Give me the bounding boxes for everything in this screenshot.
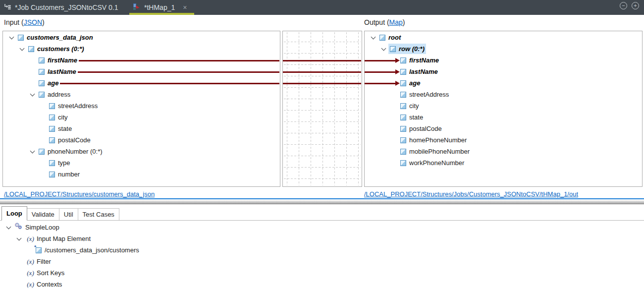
chevron-down-icon[interactable]	[378, 48, 388, 50]
thmap-icon	[133, 3, 141, 12]
fx-icon: (x)	[25, 281, 36, 289]
tree-item-address[interactable]: address	[3, 89, 280, 100]
tab-util[interactable]: Util	[59, 208, 78, 220]
tree-item-filter[interactable]: (x)Filter	[0, 256, 644, 267]
fx-icon: (x)	[25, 235, 36, 243]
tree-item-label: city	[409, 102, 419, 110]
tab-job-editor[interactable]: *Job Customers_JSONtoCSV 0.1	[3, 0, 118, 15]
tree-item-simpleloop[interactable]: ⚙⚙SimpleLoop	[0, 222, 644, 233]
tree-item-label: root	[388, 34, 401, 41]
tree-item-lastname[interactable]: lastName	[3, 66, 280, 77]
element-icon	[400, 115, 406, 120]
tree-item-age[interactable]: age	[3, 77, 280, 89]
tree-item-city[interactable]: city	[3, 112, 280, 123]
element-icon	[49, 126, 55, 132]
tab-validate[interactable]: Validate	[27, 208, 59, 220]
tree-item-label: postalCode	[409, 125, 442, 132]
tree-item-label: SimpleLoop	[25, 224, 59, 231]
tree-item-workphonenumber[interactable]: workPhoneNumber	[365, 157, 642, 169]
output-title-text-close: )	[403, 18, 405, 26]
new-star-icon: ★	[34, 244, 37, 248]
element-icon	[49, 172, 55, 177]
element-icon	[400, 58, 406, 63]
chevron-down-icon[interactable]	[368, 37, 378, 39]
tab-loop-label: Loop	[6, 210, 22, 217]
tree-item-number[interactable]: number	[3, 169, 280, 180]
mapping-canvas[interactable]	[282, 31, 362, 187]
tree-item-contexts[interactable]: (x)Contexts	[0, 279, 644, 290]
tree-item-firstname[interactable]: firstName	[365, 55, 642, 66]
tree-item-customers-0[interactable]: customers (0:*)	[3, 43, 280, 55]
element-icon	[39, 58, 45, 63]
element-icon	[379, 35, 385, 41]
tree-item-type[interactable]: type	[3, 157, 280, 169]
element-icon	[49, 115, 55, 120]
tree-item-label: Sort Keys	[37, 269, 64, 277]
chevron-down-icon[interactable]	[17, 48, 27, 50]
tab-loop[interactable]: Loop	[1, 206, 27, 221]
element-icon	[39, 149, 45, 155]
tree-item-label: mobilePhoneNumber	[409, 148, 470, 155]
element-icon	[49, 160, 55, 166]
tree-item-postalcode[interactable]: postalCode	[3, 134, 280, 146]
close-icon[interactable]: ×	[183, 3, 187, 11]
input-tree-panel: customers_data_jsoncustomers (0:*)firstN…	[2, 31, 280, 187]
tree-item-firstname[interactable]: firstName	[3, 55, 280, 66]
element-icon	[400, 103, 406, 109]
element-icon	[400, 69, 406, 75]
input-panel-title: Input (JSON)	[4, 15, 45, 29]
json-structure-link[interactable]: JSON	[24, 18, 42, 26]
element-icon	[49, 137, 55, 143]
input-title-text-close: )	[42, 18, 45, 26]
tree-item-streetaddress[interactable]: streetAddress	[3, 100, 280, 112]
tree-item-label: homePhoneNumber	[409, 136, 467, 144]
tree-item-state[interactable]: state	[3, 123, 280, 134]
tab-util-label: Util	[64, 211, 73, 218]
element-icon	[400, 92, 406, 98]
thmap-editor-window: *Job Customers_JSONtoCSV 0.1 *tHMap_1 × …	[0, 0, 644, 291]
tree-item-age[interactable]: age	[365, 77, 642, 89]
tab-test-cases[interactable]: Test Cases	[78, 208, 119, 220]
output-tree: rootrow (0:*)firstNamelastNameagestreetA…	[365, 31, 642, 169]
tab-label: *Job Customers_JSONtoCSV 0.1	[15, 3, 118, 11]
tree-item-customers-data-json[interactable]: customers_data_json	[3, 32, 280, 43]
fx-icon: (x)	[25, 258, 36, 266]
tree-item-label: customers_data_json	[27, 34, 93, 41]
tree-item-input-map-element[interactable]: (x)Input Map Element	[0, 233, 644, 244]
tree-item-label: streetAddress	[58, 102, 98, 110]
input-structure-path-link[interactable]: /LOCAL_PROJECT/Structures/customers_data…	[4, 190, 155, 198]
active-tab-underline	[129, 13, 194, 15]
tree-item-label: postalCode	[58, 136, 91, 144]
chevron-down-icon[interactable]	[27, 94, 37, 96]
tree-item-label: row (0:*)	[399, 45, 425, 53]
gears-icon: ⚙⚙	[15, 223, 23, 232]
tree-item-streetaddress[interactable]: streetAddress	[365, 89, 642, 100]
map-structure-link[interactable]: Map	[389, 18, 403, 26]
tree-item-postalcode[interactable]: postalCode	[365, 123, 642, 134]
chevron-down-icon[interactable]	[6, 37, 16, 39]
element-icon	[39, 69, 45, 75]
tree-item-label: state	[409, 114, 423, 121]
tree-item-mobilephonenumber[interactable]: mobilePhoneNumber	[365, 146, 642, 157]
tree-item-lastname[interactable]: lastName	[365, 66, 642, 77]
tree-item-state[interactable]: state	[365, 112, 642, 123]
tree-item-customers-data-json-customers[interactable]: ★/customers_data_json/customers	[0, 244, 644, 256]
tree-item-sort-keys[interactable]: (x)Sort Keys	[0, 267, 644, 279]
fx-icon: (x)	[25, 269, 36, 277]
maximize-icon[interactable]: +	[632, 2, 639, 9]
tree-item-root[interactable]: root	[365, 32, 642, 43]
canvas-grid	[283, 31, 362, 186]
chevron-down-icon[interactable]	[14, 238, 24, 240]
chevron-down-icon[interactable]	[3, 227, 13, 229]
tree-item-homephonenumber[interactable]: homePhoneNumber	[365, 134, 642, 146]
tree-item-row-0[interactable]: row (0:*)	[365, 43, 642, 55]
output-structure-path-link[interactable]: /LOCAL_PROJECT/Structures/Jobs/Customers…	[364, 190, 578, 198]
minimize-icon[interactable]: −	[620, 2, 627, 9]
element-icon	[18, 35, 24, 41]
splitter-sash[interactable]	[0, 200, 644, 204]
tree-item-phonenumber-0[interactable]: phoneNumber (0:*)	[3, 146, 280, 157]
tree-item-label: lastName	[409, 68, 438, 75]
tree-item-city[interactable]: city	[365, 100, 642, 112]
tree-item-label: number	[58, 171, 80, 178]
chevron-down-icon[interactable]	[27, 151, 37, 153]
